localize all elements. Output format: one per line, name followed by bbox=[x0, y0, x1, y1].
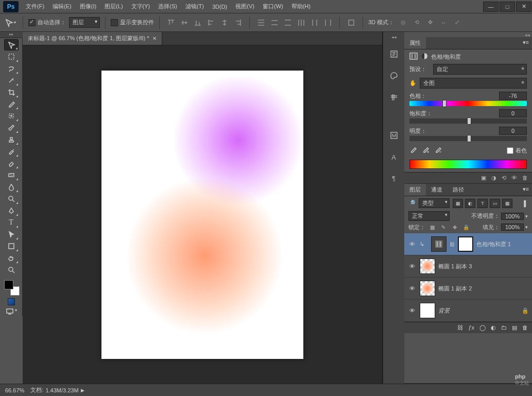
healing-tool[interactable] bbox=[4, 110, 19, 122]
dist-hcenter-icon[interactable] bbox=[308, 17, 321, 28]
doc-info-menu-icon[interactable]: ▶ bbox=[81, 388, 84, 393]
properties-tab[interactable]: 属性 bbox=[404, 37, 426, 49]
quick-mask-icon[interactable] bbox=[8, 298, 15, 305]
layer-effects-icon[interactable]: ƒx bbox=[468, 324, 474, 331]
history-brush-tool[interactable] bbox=[4, 146, 19, 157]
document-tab[interactable]: 未标题-1 @ 66.7% (色相/饱和度 1, 图层蒙版/8) * ✕ bbox=[23, 32, 162, 45]
visibility-toggle-icon[interactable]: 👁 bbox=[407, 263, 417, 269]
add-mask-icon[interactable]: ◯ bbox=[479, 324, 486, 331]
toggle-visibility-icon[interactable]: 👁 bbox=[511, 175, 517, 181]
eyedropper-plus-icon[interactable] bbox=[422, 146, 429, 154]
new-adjustment-icon[interactable]: ◐ bbox=[491, 324, 496, 331]
visibility-toggle-icon[interactable]: 👁 bbox=[407, 285, 417, 291]
hand-tool[interactable] bbox=[4, 252, 19, 264]
align-left-icon[interactable] bbox=[205, 17, 217, 28]
panel-menu-icon[interactable]: ▾≡ bbox=[520, 37, 532, 49]
hue-slider[interactable] bbox=[409, 101, 527, 106]
fill-input[interactable]: 100% bbox=[501, 223, 524, 231]
previous-state-icon[interactable]: ◑ bbox=[491, 175, 496, 181]
align-bottom-icon[interactable] bbox=[192, 17, 204, 28]
menu-image[interactable]: 图像(I) bbox=[76, 1, 100, 12]
paragraph-panel-icon[interactable]: A bbox=[387, 150, 401, 164]
saturation-input[interactable]: 0 bbox=[499, 109, 527, 117]
new-layer-icon[interactable]: ▤ bbox=[512, 324, 517, 331]
show-transform-checkbox[interactable]: 显示变换控件 bbox=[111, 19, 154, 26]
align-vcenter-icon[interactable] bbox=[178, 17, 191, 28]
channels-tab[interactable]: 通道 bbox=[426, 184, 448, 196]
swatches-panel-icon[interactable] bbox=[387, 91, 401, 104]
visibility-toggle-icon[interactable]: 👁 bbox=[407, 241, 417, 247]
type-tool[interactable]: T bbox=[4, 217, 19, 228]
link-layers-icon[interactable]: ⛓ bbox=[457, 324, 463, 331]
magic-wand-tool[interactable] bbox=[4, 75, 19, 86]
delete-layer-icon[interactable]: 🗑 bbox=[522, 324, 528, 331]
reset-icon[interactable]: ⟲ bbox=[502, 175, 506, 181]
menu-type[interactable]: 文字(Y) bbox=[127, 1, 155, 12]
window-close-button[interactable]: ✕ bbox=[516, 2, 531, 12]
hand-icon[interactable]: ✋ bbox=[409, 80, 417, 87]
visibility-toggle-icon[interactable]: 👁 bbox=[407, 307, 417, 314]
layer-row[interactable]: 👁 背景 🔒 bbox=[404, 300, 532, 322]
auto-select-dropdown[interactable]: 图层 bbox=[69, 17, 100, 28]
adjustment-thumb-icon[interactable] bbox=[431, 236, 447, 252]
3d-roll-icon[interactable]: ⟲ bbox=[410, 17, 423, 28]
stamp-tool[interactable] bbox=[4, 134, 19, 145]
filter-type-icon[interactable]: T bbox=[477, 199, 488, 208]
layer-name[interactable]: 椭圆 1 副本 2 bbox=[438, 285, 529, 292]
blur-tool[interactable] bbox=[4, 181, 19, 193]
filter-adjust-icon[interactable]: ◐ bbox=[465, 199, 475, 208]
filter-pixel-icon[interactable]: ▩ bbox=[453, 199, 463, 208]
menu-filter[interactable]: 滤镜(T) bbox=[181, 1, 208, 12]
foreground-color-swatch[interactable] bbox=[4, 280, 13, 289]
layer-thumb-icon[interactable] bbox=[420, 259, 435, 274]
filter-smart-icon[interactable]: ▦ bbox=[502, 199, 512, 208]
menu-edit[interactable]: 编辑(E) bbox=[48, 1, 76, 12]
delete-adjustment-icon[interactable]: 🗑 bbox=[522, 175, 528, 181]
3d-orbit-icon[interactable]: ◎ bbox=[397, 17, 409, 28]
paths-tab[interactable]: 路径 bbox=[448, 184, 469, 196]
layer-thumb-icon[interactable] bbox=[420, 303, 435, 318]
window-maximize-button[interactable]: □ bbox=[500, 2, 515, 12]
window-minimize-button[interactable]: — bbox=[483, 2, 499, 12]
3d-zoom-icon[interactable]: ⤢ bbox=[451, 17, 463, 28]
filter-kind-icon[interactable]: 🔎 bbox=[408, 200, 416, 206]
align-top-icon[interactable] bbox=[165, 17, 177, 28]
screen-mode-icon[interactable]: ▾ bbox=[1, 308, 21, 315]
path-select-tool[interactable] bbox=[4, 229, 19, 240]
mask-thumb-icon[interactable] bbox=[458, 236, 473, 252]
brush-tool[interactable] bbox=[4, 122, 19, 133]
lock-transparent-icon[interactable]: ▩ bbox=[427, 223, 437, 231]
lightness-input[interactable]: 0 bbox=[499, 127, 527, 135]
lightness-slider[interactable] bbox=[409, 136, 527, 141]
auto-select-checkbox[interactable]: 自动选择： bbox=[28, 19, 66, 26]
menu-window[interactable]: 窗口(W) bbox=[259, 1, 287, 12]
pen-tool[interactable] bbox=[4, 205, 19, 216]
canvas[interactable] bbox=[101, 71, 303, 359]
lock-all-icon[interactable]: 🔒 bbox=[461, 223, 471, 231]
layer-row[interactable]: 👁 ↳ ⛓ 色相/饱和度 1 bbox=[404, 233, 532, 255]
color-swatches[interactable] bbox=[4, 280, 20, 296]
channel-dropdown[interactable]: 全图 bbox=[420, 78, 527, 89]
character-panel-icon[interactable] bbox=[387, 129, 401, 142]
dodge-tool[interactable] bbox=[4, 193, 19, 204]
blend-mode-dropdown[interactable]: 正常 bbox=[408, 211, 450, 221]
3d-pan-icon[interactable]: ✥ bbox=[424, 17, 436, 28]
3d-slide-icon[interactable]: ↔ bbox=[437, 17, 450, 28]
layer-row[interactable]: 👁 椭圆 1 副本 3 bbox=[404, 255, 532, 278]
layer-thumb-icon[interactable] bbox=[420, 281, 435, 296]
move-tool[interactable] bbox=[4, 39, 19, 50]
saturation-slider[interactable] bbox=[409, 118, 527, 124]
layers-panel-menu-icon[interactable]: ▾≡ bbox=[520, 184, 532, 196]
menu-select[interactable]: 选择(S) bbox=[154, 1, 181, 12]
lasso-tool[interactable] bbox=[4, 63, 19, 74]
eyedropper-tool[interactable] bbox=[4, 98, 19, 110]
close-tab-icon[interactable]: ✕ bbox=[152, 36, 157, 41]
zoom-tool[interactable] bbox=[4, 264, 19, 276]
layers-tab[interactable]: 图层 bbox=[404, 184, 426, 196]
layer-row[interactable]: 👁 椭圆 1 副本 2 bbox=[404, 278, 532, 300]
eraser-tool[interactable] bbox=[4, 158, 19, 169]
dist-top-icon[interactable] bbox=[255, 17, 267, 28]
styles-panel-icon[interactable]: ¶ bbox=[387, 172, 401, 185]
preset-dropdown[interactable]: 自定 bbox=[433, 64, 527, 75]
hue-input[interactable]: -76 bbox=[499, 92, 527, 100]
